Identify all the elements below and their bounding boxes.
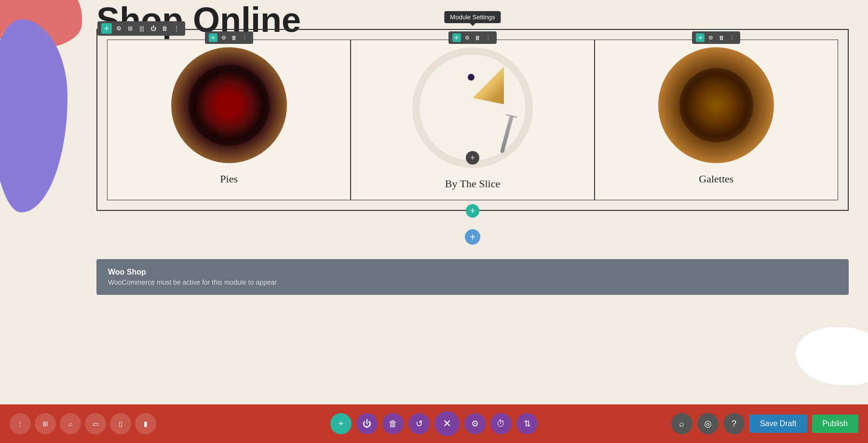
add-row-button[interactable]: + (465, 229, 480, 245)
add-module-button[interactable]: + (330, 413, 352, 434)
pies-move-btn[interactable]: ✛ (209, 33, 217, 42)
mobile-icon: ▮ (144, 420, 148, 428)
close-editor-button[interactable]: ✕ (434, 411, 460, 436)
slice-move-btn[interactable]: ✛ (452, 33, 461, 42)
move-button[interactable]: ✛ (101, 23, 112, 34)
undo-icon: ↺ (416, 418, 423, 429)
center-toolbar-tools: + ⏻ 🗑 ↺ ✕ ⚙ ⏱ ⇅ (330, 411, 538, 436)
delete-button[interactable]: 🗑 (160, 24, 170, 33)
add-between-row: + (96, 204, 849, 218)
cell-toolbar-pies: ✛ ⚙ 🗑 ⋮ (205, 31, 253, 44)
layers-button[interactable]: ◎ (697, 413, 719, 434)
module-container: ✛ ⚙ ⊞ ||| ⏻ 🗑 ⋮ ✛ ⚙ 🗑 ⋮ Pies (96, 29, 849, 211)
column-galettes: ✛ ⚙ 🗑 ⋮ Galettes (595, 40, 838, 200)
woo-description: WooCommerce must be active for this modu… (108, 278, 837, 286)
add-item-circle[interactable]: + (466, 151, 479, 165)
bottom-toolbar: ⋮ ⊞ ⌕ ▭ ▯ ▮ + ⏻ 🗑 ↺ ✕ (0, 404, 868, 443)
more-options-button[interactable]: ⋮ (10, 413, 31, 434)
column-pies: ✛ ⚙ 🗑 ⋮ Pies (107, 40, 351, 200)
toggle-button[interactable]: ⏻ (149, 24, 158, 33)
tablet-icon: ▯ (119, 420, 122, 428)
zoom-button[interactable]: ⌕ (671, 413, 692, 434)
galettes-image (658, 47, 774, 163)
tablet-view-button[interactable]: ▯ (110, 413, 131, 434)
cell-toolbar-slice: Module Settings ✛ ⚙ 🗑 ⋮ (448, 31, 497, 44)
power-icon: ⏻ (363, 419, 371, 429)
monitor-icon: ▭ (93, 420, 99, 428)
outer-module-toolbar: ✛ ⚙ ⊞ ||| ⏻ 🗑 ⋮ (97, 21, 185, 36)
close-icon: ✕ (443, 417, 451, 430)
publish-button[interactable]: Publish (812, 415, 858, 433)
settings-button[interactable]: ⚙ (114, 24, 123, 33)
galettes-more-btn[interactable]: ⋮ (728, 33, 736, 42)
decorative-blob-white (796, 327, 868, 385)
wireframe-icon: ⊞ (42, 420, 48, 428)
galettes-settings-btn[interactable]: ⚙ (706, 33, 715, 42)
pies-image (171, 47, 287, 163)
power-button[interactable]: ⏻ (356, 413, 378, 434)
slice-settings-btn[interactable]: ⚙ (463, 33, 472, 42)
slice-image (412, 47, 533, 168)
left-toolbar-tools: ⋮ ⊞ ⌕ ▭ ▯ ▮ (10, 413, 156, 434)
layout-button[interactable]: ⊞ (125, 24, 135, 33)
fork-decoration (500, 115, 514, 153)
decorative-blob-purple (0, 19, 68, 212)
pies-delete-btn[interactable]: 🗑 (230, 33, 239, 42)
right-toolbar-tools: ⌕ ◎ ? Save Draft Publish (671, 413, 858, 434)
settings-icon: ⚙ (471, 418, 479, 429)
responsive-icon: ⏱ (497, 419, 505, 429)
slice-more-btn[interactable]: ⋮ (484, 33, 493, 42)
woo-shop-notice: Woo Shop WooCommerce must be active for … (96, 259, 849, 295)
cell-toolbar-galettes: ✛ ⚙ 🗑 ⋮ (692, 31, 740, 44)
main-content: ✛ ⚙ ⊞ ||| ⏻ 🗑 ⋮ ✛ ⚙ 🗑 ⋮ Pies (96, 29, 849, 295)
search-button[interactable]: ⌕ (60, 413, 81, 434)
column-by-the-slice: Module Settings ✛ ⚙ 🗑 ⋮ + By The Slice (351, 40, 594, 200)
more-button[interactable]: ⋮ (172, 24, 181, 33)
pies-label: Pies (220, 173, 238, 185)
wireframe-button[interactable]: ⊞ (35, 413, 56, 434)
galettes-label: Galettes (699, 173, 733, 185)
column-grid: ✛ ⚙ 🗑 ⋮ Pies Module Settings ✛ ⚙ 🗑 ⋮ (107, 40, 838, 200)
responsive-button[interactable]: ⏱ (490, 413, 512, 434)
undo-button[interactable]: ↺ (408, 413, 430, 434)
pies-settings-btn[interactable]: ⚙ (219, 33, 228, 42)
module-settings-tooltip: Module Settings (444, 11, 501, 23)
add-icon: + (339, 419, 344, 429)
help-icon: ? (732, 419, 736, 429)
search-icon: ⌕ (68, 420, 72, 428)
mobile-view-button[interactable]: ▮ (135, 413, 156, 434)
add-row-section: + (96, 229, 849, 245)
columns-button[interactable]: ||| (137, 24, 147, 33)
galettes-move-btn[interactable]: ✛ (696, 33, 705, 42)
settings-toolbar-button[interactable]: ⚙ (464, 413, 486, 434)
blueberry-decoration (468, 74, 475, 81)
help-button[interactable]: ? (723, 413, 745, 434)
slice-label: By The Slice (445, 178, 500, 190)
woo-title: Woo Shop (108, 268, 837, 277)
layers-icon: ◎ (704, 418, 712, 429)
pies-more-btn[interactable]: ⋮ (241, 33, 249, 42)
add-between-row-button[interactable]: + (466, 204, 479, 218)
more-options-icon: ⋮ (17, 420, 24, 428)
delete-toolbar-button[interactable]: 🗑 (382, 413, 404, 434)
trash-icon: 🗑 (389, 419, 397, 429)
desktop-view-button[interactable]: ▭ (85, 413, 106, 434)
save-draft-button[interactable]: Save Draft (749, 415, 807, 433)
zoom-icon: ⌕ (679, 419, 684, 429)
slice-delete-btn[interactable]: 🗑 (474, 33, 482, 42)
galettes-delete-btn[interactable]: 🗑 (717, 33, 726, 42)
column-settings-button[interactable]: ⇅ (516, 413, 538, 434)
column-settings-icon: ⇅ (524, 418, 531, 429)
